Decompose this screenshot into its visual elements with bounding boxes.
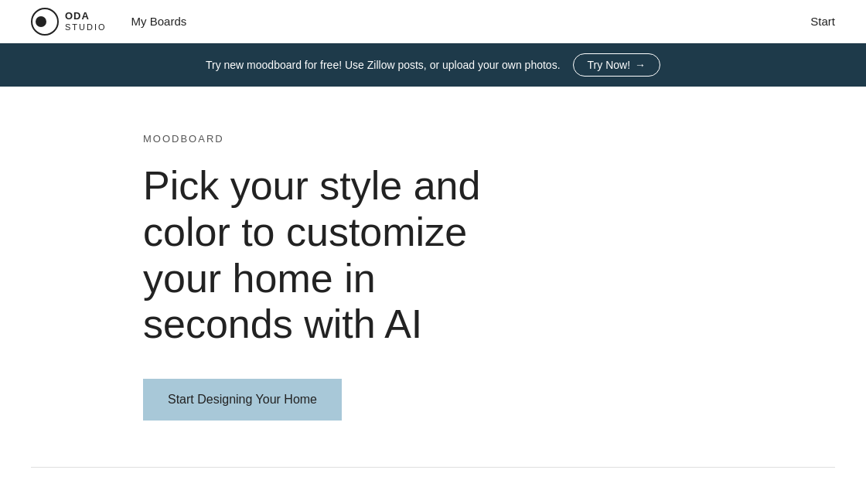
header: oda studio My Boards Start (0, 0, 866, 43)
try-now-label: Try Now! (588, 59, 630, 71)
how-it-works-section: See how it works ↓ A mid-century modern … (0, 468, 866, 504)
header-right: Start (810, 15, 835, 29)
logo-icon (31, 8, 59, 36)
moodboard-label: MOODBOARD (143, 133, 835, 145)
my-boards-link[interactable]: My Boards (131, 15, 187, 28)
header-left: oda studio My Boards (31, 8, 186, 36)
how-it-works-title: See how it works ↓ (143, 499, 835, 504)
logo-oda: oda (65, 11, 107, 22)
start-link[interactable]: Start (810, 15, 835, 28)
try-now-arrow: → (635, 59, 646, 71)
try-now-button[interactable]: Try Now! → (573, 53, 660, 77)
logo-text: oda studio (65, 11, 107, 31)
banner-text: Try new moodboard for free! Use Zillow p… (206, 59, 561, 71)
logo[interactable]: oda studio (31, 8, 107, 36)
promo-banner: Try new moodboard for free! Use Zillow p… (0, 43, 866, 87)
how-title-text: See how it works (143, 499, 388, 504)
hero-title: Pick your style and color to customize y… (143, 163, 530, 348)
logo-studio: studio (65, 22, 107, 32)
start-designing-button[interactable]: Start Designing Your Home (143, 379, 342, 421)
hero-section: MOODBOARD Pick your style and color to c… (0, 87, 866, 451)
